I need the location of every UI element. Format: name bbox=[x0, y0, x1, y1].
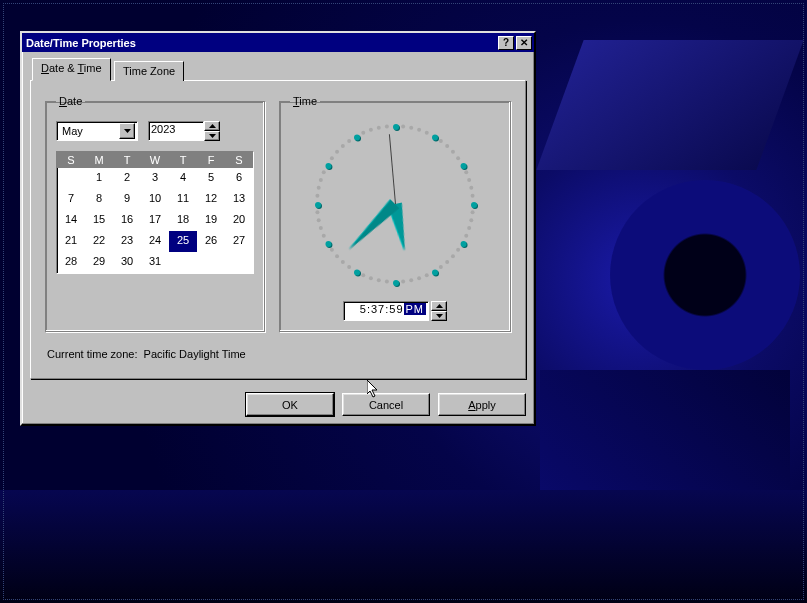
timezone-status: Current time zone: Pacific Daylight Time bbox=[47, 348, 509, 360]
clock-minute-mark bbox=[456, 248, 460, 252]
cancel-button[interactable]: Cancel bbox=[342, 393, 430, 416]
calendar-day-cell[interactable]: 3 bbox=[141, 168, 169, 189]
clock-minute-mark bbox=[401, 124, 405, 128]
calendar-day-cell[interactable]: 26 bbox=[197, 231, 225, 252]
year-down-button[interactable] bbox=[204, 131, 220, 141]
calendar-day-cell[interactable]: 1 bbox=[85, 168, 113, 189]
clock-hour-mark bbox=[325, 163, 331, 169]
analog-clock bbox=[310, 119, 480, 289]
calendar-day-cell[interactable]: 17 bbox=[141, 210, 169, 231]
help-button[interactable]: ? bbox=[498, 36, 514, 50]
calendar-day-cell[interactable]: 15 bbox=[85, 210, 113, 231]
calendar-day-cell[interactable]: 7 bbox=[57, 189, 85, 210]
clock-hour-mark bbox=[432, 270, 438, 276]
tab-date-time[interactable]: Date & Time bbox=[32, 58, 111, 81]
clock-minute-mark bbox=[377, 126, 381, 130]
window-title: Date/Time Properties bbox=[26, 37, 496, 49]
calendar-day-cell[interactable]: 12 bbox=[197, 189, 225, 210]
calendar: SMTWTFS 12345678910111213141516171819202… bbox=[56, 151, 254, 274]
calendar-day-cell[interactable]: 23 bbox=[113, 231, 141, 252]
calendar-day-cell[interactable]: 25 bbox=[169, 231, 197, 252]
svg-marker-2 bbox=[209, 134, 216, 138]
calendar-day-cell bbox=[197, 252, 225, 273]
calendar-day-cell bbox=[225, 252, 253, 273]
clock-minute-mark bbox=[369, 276, 373, 280]
month-select[interactable]: May bbox=[56, 121, 138, 141]
clock-minute-mark bbox=[377, 278, 381, 282]
calendar-day-cell[interactable]: 14 bbox=[57, 210, 85, 231]
apply-button[interactable]: Apply bbox=[438, 393, 526, 416]
clock-minute-mark bbox=[347, 139, 351, 143]
calendar-day-cell[interactable]: 31 bbox=[141, 252, 169, 273]
calendar-day-cell[interactable]: 9 bbox=[113, 189, 141, 210]
calendar-day-cell[interactable]: 30 bbox=[113, 252, 141, 273]
calendar-day-cell[interactable]: 29 bbox=[85, 252, 113, 273]
clock-minute-mark bbox=[471, 194, 475, 198]
calendar-day-cell[interactable]: 8 bbox=[85, 189, 113, 210]
calendar-day-cell[interactable]: 22 bbox=[85, 231, 113, 252]
svg-marker-3 bbox=[436, 304, 443, 308]
calendar-day-cell[interactable]: 28 bbox=[57, 252, 85, 273]
clock-minute-mark bbox=[456, 156, 460, 160]
clock-minute-mark bbox=[471, 210, 475, 214]
month-value: May bbox=[59, 125, 119, 137]
calendar-day-cell[interactable]: 2 bbox=[113, 168, 141, 189]
calendar-day-header: W bbox=[141, 152, 169, 168]
chevron-down-icon bbox=[124, 129, 131, 133]
clock-minute-mark bbox=[322, 234, 326, 238]
year-input[interactable]: 2023 bbox=[148, 121, 204, 141]
clock-hour-mark bbox=[354, 270, 360, 276]
calendar-day-cell[interactable]: 19 bbox=[197, 210, 225, 231]
calendar-day-cell[interactable]: 5 bbox=[197, 168, 225, 189]
dialog-button-row: OK Cancel Apply bbox=[22, 387, 534, 424]
month-dropdown-button[interactable] bbox=[119, 123, 135, 139]
calendar-day-cell[interactable]: 11 bbox=[169, 189, 197, 210]
minute-hand bbox=[345, 200, 399, 254]
clock-minute-mark bbox=[451, 150, 455, 154]
ampm-selected: PM bbox=[404, 303, 427, 315]
calendar-day-cell[interactable]: 6 bbox=[225, 168, 253, 189]
calendar-day-cell[interactable]: 10 bbox=[141, 189, 169, 210]
clock-minute-mark bbox=[417, 276, 421, 280]
clock-minute-mark bbox=[425, 273, 429, 277]
time-up-button[interactable] bbox=[431, 301, 447, 311]
svg-marker-4 bbox=[436, 314, 443, 318]
tab-strip: Date & Time Time Zone bbox=[30, 60, 526, 81]
svg-marker-1 bbox=[209, 124, 216, 128]
clock-minute-mark bbox=[425, 131, 429, 135]
calendar-day-cell[interactable]: 24 bbox=[141, 231, 169, 252]
clock-minute-mark bbox=[335, 150, 339, 154]
clock-minute-mark bbox=[401, 280, 405, 284]
date-time-properties-window: Date/Time Properties ? ✕ Date & Time Tim… bbox=[20, 31, 536, 426]
calendar-day-cell bbox=[169, 252, 197, 273]
calendar-day-cell bbox=[57, 168, 85, 189]
tab-time-zone[interactable]: Time Zone bbox=[114, 61, 184, 81]
clock-minute-mark bbox=[385, 280, 389, 284]
titlebar[interactable]: Date/Time Properties ? ✕ bbox=[22, 33, 534, 52]
clock-minute-mark bbox=[469, 218, 473, 222]
clock-minute-mark bbox=[409, 278, 413, 282]
wallpaper-disc bbox=[610, 180, 800, 370]
calendar-day-header: M bbox=[85, 152, 113, 168]
chevron-up-icon bbox=[209, 124, 216, 128]
calendar-day-cell[interactable]: 18 bbox=[169, 210, 197, 231]
clock-minute-mark bbox=[330, 156, 334, 160]
calendar-day-cell[interactable]: 16 bbox=[113, 210, 141, 231]
ok-button[interactable]: OK bbox=[246, 393, 334, 416]
calendar-day-header: S bbox=[57, 152, 85, 168]
calendar-day-cell[interactable]: 4 bbox=[169, 168, 197, 189]
clock-minute-mark bbox=[335, 254, 339, 258]
time-down-button[interactable] bbox=[431, 311, 447, 321]
time-input[interactable]: 5:37:59PM bbox=[343, 301, 429, 321]
close-button[interactable]: ✕ bbox=[516, 36, 532, 50]
year-up-button[interactable] bbox=[204, 121, 220, 131]
time-spinner bbox=[431, 301, 447, 321]
clock-minute-mark bbox=[439, 139, 443, 143]
calendar-day-cell[interactable]: 27 bbox=[225, 231, 253, 252]
clock-minute-mark bbox=[445, 144, 449, 148]
calendar-day-cell[interactable]: 20 bbox=[225, 210, 253, 231]
calendar-day-cell[interactable]: 13 bbox=[225, 189, 253, 210]
calendar-day-cell[interactable]: 21 bbox=[57, 231, 85, 252]
second-hand bbox=[388, 134, 395, 204]
clock-minute-mark bbox=[322, 170, 326, 174]
